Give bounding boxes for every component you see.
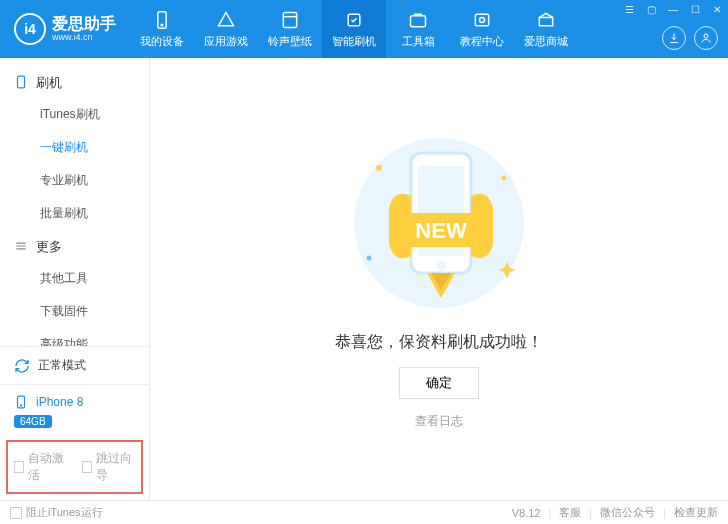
- sidebar-item[interactable]: 专业刷机: [0, 164, 149, 197]
- phone-icon: [14, 395, 28, 409]
- topnav-icon: [536, 10, 556, 30]
- svg-point-12: [376, 165, 382, 171]
- skin-icon[interactable]: ▢: [644, 4, 658, 15]
- wechat-link[interactable]: 微信公众号: [600, 505, 655, 520]
- svg-point-10: [20, 405, 21, 406]
- sidebar-item[interactable]: 高级功能: [0, 328, 149, 346]
- svg-point-6: [480, 17, 485, 22]
- sidebar-item[interactable]: 一键刷机: [0, 131, 149, 164]
- topnav-label: 我的设备: [140, 34, 184, 49]
- checkbox-icon: [10, 507, 22, 519]
- top-nav: 我的设备应用游戏铃声壁纸智能刷机工具箱教程中心爱思商城: [130, 0, 578, 58]
- sidebar-group-header[interactable]: 更多: [0, 230, 149, 262]
- sidebar: 刷机iTunes刷机一键刷机专业刷机批量刷机更多其他工具下载固件高级功能 正常模…: [0, 58, 150, 500]
- checkbox-icon: [82, 461, 92, 473]
- group-label: 更多: [36, 238, 62, 256]
- ok-button[interactable]: 确定: [399, 367, 479, 399]
- support-link[interactable]: 客服: [559, 505, 581, 520]
- app-header: i4 爱思助手 www.i4.cn 我的设备应用游戏铃声壁纸智能刷机工具箱教程中…: [0, 0, 728, 58]
- download-icon[interactable]: [662, 26, 686, 50]
- flash-options-box: 自动激活 跳过向导: [6, 440, 143, 494]
- topnav-4[interactable]: 工具箱: [386, 0, 450, 58]
- topnav-5[interactable]: 教程中心: [450, 0, 514, 58]
- version-label: V8.12: [512, 507, 541, 519]
- block-itunes-checkbox[interactable]: 阻止iTunes运行: [10, 505, 103, 520]
- topnav-label: 爱思商城: [524, 34, 568, 49]
- logo-icon: i4: [14, 13, 46, 45]
- skip-guide-label: 跳过向导: [96, 450, 135, 484]
- topnav-0[interactable]: 我的设备: [130, 0, 194, 58]
- maximize-icon[interactable]: ☐: [688, 4, 702, 15]
- group-icon: [14, 75, 28, 92]
- topnav-label: 铃声壁纸: [268, 34, 312, 49]
- block-itunes-label: 阻止iTunes运行: [26, 505, 103, 520]
- topnav-icon: [344, 10, 364, 30]
- topnav-label: 智能刷机: [332, 34, 376, 49]
- group-label: 刷机: [36, 74, 62, 92]
- auto-activate-label: 自动激活: [28, 450, 67, 484]
- view-log-link[interactable]: 查看日志: [415, 413, 463, 430]
- close-icon[interactable]: ✕: [710, 4, 724, 15]
- device-name: iPhone 8: [36, 395, 83, 409]
- svg-point-13: [502, 176, 507, 181]
- user-icon[interactable]: [694, 26, 718, 50]
- topnav-icon: [216, 10, 236, 30]
- app-url: www.i4.cn: [52, 33, 116, 43]
- topnav-6[interactable]: 爱思商城: [514, 0, 578, 58]
- app-title: 爱思助手: [52, 15, 116, 33]
- refresh-icon: [14, 358, 30, 374]
- mode-label: 正常模式: [38, 357, 86, 374]
- auto-activate-checkbox[interactable]: 自动激活: [14, 450, 68, 484]
- device-storage-badge: 64GB: [14, 415, 52, 428]
- skip-guide-checkbox[interactable]: 跳过向导: [82, 450, 136, 484]
- svg-point-1: [161, 24, 163, 26]
- topnav-icon: [472, 10, 492, 30]
- header-actions: [662, 26, 718, 50]
- svg-text:NEW: NEW: [415, 218, 467, 243]
- sidebar-item[interactable]: 批量刷机: [0, 197, 149, 230]
- svg-rect-2: [283, 12, 296, 27]
- svg-rect-4: [411, 15, 426, 26]
- topnav-1[interactable]: 应用游戏: [194, 0, 258, 58]
- topnav-label: 应用游戏: [204, 34, 248, 49]
- settings-icon[interactable]: ☰: [622, 4, 636, 15]
- topnav-icon: [408, 10, 428, 30]
- mode-row[interactable]: 正常模式: [0, 347, 149, 385]
- sidebar-item[interactable]: 下载固件: [0, 295, 149, 328]
- svg-point-7: [704, 34, 708, 38]
- topnav-label: 工具箱: [402, 34, 435, 49]
- sidebar-item[interactable]: 其他工具: [0, 262, 149, 295]
- app-logo: i4 爱思助手 www.i4.cn: [0, 13, 130, 45]
- sidebar-item[interactable]: iTunes刷机: [0, 98, 149, 131]
- topnav-2[interactable]: 铃声壁纸: [258, 0, 322, 58]
- status-bar: 阻止iTunes运行 V8.12 | 客服 | 微信公众号 | 检查更新: [0, 500, 728, 524]
- device-row[interactable]: iPhone 8 64GB: [0, 385, 149, 440]
- svg-point-17: [436, 261, 446, 271]
- success-illustration: NEW: [339, 128, 539, 318]
- topnav-3[interactable]: 智能刷机: [322, 0, 386, 58]
- checkbox-icon: [14, 461, 24, 473]
- sidebar-group-header[interactable]: 刷机: [0, 66, 149, 98]
- check-update-link[interactable]: 检查更新: [674, 505, 718, 520]
- svg-rect-5: [475, 14, 488, 26]
- window-controls: ☰ ▢ — ☐ ✕: [622, 4, 724, 15]
- success-message: 恭喜您，保资料刷机成功啦！: [335, 332, 543, 353]
- svg-rect-8: [18, 76, 25, 88]
- main-content: NEW 恭喜您，保资料刷机成功啦！ 确定 查看日志: [150, 58, 728, 500]
- minimize-icon[interactable]: —: [666, 4, 680, 15]
- group-icon: [14, 239, 28, 256]
- topnav-icon: [152, 10, 172, 30]
- svg-point-14: [367, 256, 372, 261]
- topnav-icon: [280, 10, 300, 30]
- topnav-label: 教程中心: [460, 34, 504, 49]
